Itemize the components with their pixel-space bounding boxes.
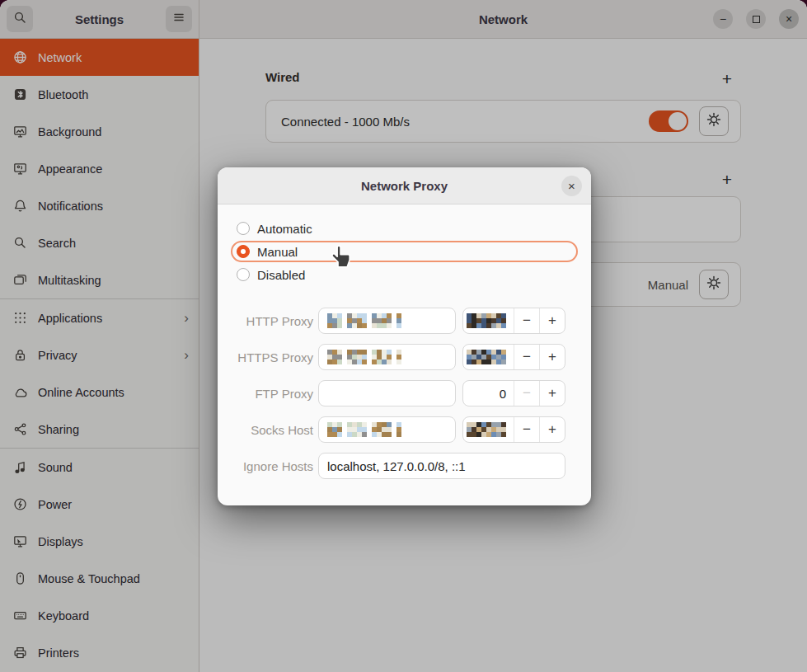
proxy-method-disabled[interactable]: Disabled xyxy=(231,264,578,285)
proxy-method-manual[interactable]: Manual xyxy=(231,241,578,262)
field-row-ftp-proxy: FTP Proxy0−+ xyxy=(231,380,578,406)
radio-icon-automatic[interactable] xyxy=(237,222,250,235)
ftp-proxy-port-value: 0 xyxy=(463,381,514,406)
proxy-method-automatic[interactable]: Automatic xyxy=(231,218,578,239)
redacted-value xyxy=(467,350,506,364)
minus-button[interactable]: − xyxy=(514,417,539,442)
proxy-fields: HTTP Proxy−+HTTPS Proxy−+FTP Proxy0−+Soc… xyxy=(231,308,578,479)
radio-label: Automatic xyxy=(257,222,312,236)
socks-host-input[interactable] xyxy=(318,416,456,443)
ignore-hosts-input[interactable]: localhost, 127.0.0.0/8, ::1 xyxy=(318,453,565,479)
redacted-value xyxy=(327,350,401,364)
radio-label: Disabled xyxy=(257,268,305,282)
dialog-body: AutomaticManualDisabled HTTP Proxy−+HTTP… xyxy=(218,204,591,479)
dialog-close-button[interactable]: × xyxy=(561,176,582,196)
field-row-http-proxy: HTTP Proxy−+ xyxy=(231,308,578,334)
socks-host-port-value xyxy=(463,417,514,442)
dialog-headerbar: Network Proxy × xyxy=(218,167,591,204)
field-label-socks-host: Socks Host xyxy=(231,423,313,437)
http-proxy-port-value xyxy=(463,308,514,333)
mouse-cursor xyxy=(331,244,353,273)
field-row-https-proxy: HTTPS Proxy−+ xyxy=(231,344,578,370)
entry-text: localhost, 127.0.0.0/8, ::1 xyxy=(327,459,466,473)
settings-window: Settings NetworkBluetoothBackgroundAppea… xyxy=(0,0,807,672)
radio-icon-disabled[interactable] xyxy=(237,268,250,281)
plus-button[interactable]: + xyxy=(540,345,565,369)
field-row-socks-host: Socks Host−+ xyxy=(231,416,578,443)
proxy-method-radio-group: AutomaticManualDisabled xyxy=(231,218,578,285)
plus-button[interactable]: + xyxy=(540,417,565,442)
port-text: 0 xyxy=(500,387,506,401)
field-label-https-proxy: HTTPS Proxy xyxy=(231,350,313,364)
radio-label: Manual xyxy=(257,245,298,259)
redacted-value xyxy=(327,313,401,328)
field-label-ftp-proxy: FTP Proxy xyxy=(231,387,313,401)
plus-button[interactable]: + xyxy=(540,381,565,406)
http-proxy-port-spinner: −+ xyxy=(462,308,565,334)
socks-host-port-spinner: −+ xyxy=(462,416,565,443)
field-label-http-proxy: HTTP Proxy xyxy=(231,314,313,328)
field-label-ignore-hosts: Ignore Hosts xyxy=(231,459,313,473)
redacted-value xyxy=(467,313,506,328)
radio-icon-manual[interactable] xyxy=(237,245,250,258)
network-proxy-dialog: Network Proxy × AutomaticManualDisabled … xyxy=(218,167,591,505)
plus-button[interactable]: + xyxy=(540,308,565,333)
minus-button[interactable]: − xyxy=(514,381,539,406)
field-row-ignore-hosts: Ignore Hostslocalhost, 127.0.0.0/8, ::1 xyxy=(231,453,578,479)
redacted-value xyxy=(467,422,506,437)
https-proxy-port-spinner: −+ xyxy=(462,344,565,370)
ftp-proxy-input[interactable] xyxy=(318,380,456,406)
https-proxy-port-value xyxy=(463,345,514,369)
redacted-value xyxy=(327,422,401,437)
minus-button[interactable]: − xyxy=(514,345,539,369)
dialog-title: Network Proxy xyxy=(361,179,448,193)
http-proxy-input[interactable] xyxy=(318,308,456,334)
https-proxy-input[interactable] xyxy=(318,344,456,370)
minus-button[interactable]: − xyxy=(514,308,539,333)
ftp-proxy-port-spinner: 0−+ xyxy=(462,380,565,406)
